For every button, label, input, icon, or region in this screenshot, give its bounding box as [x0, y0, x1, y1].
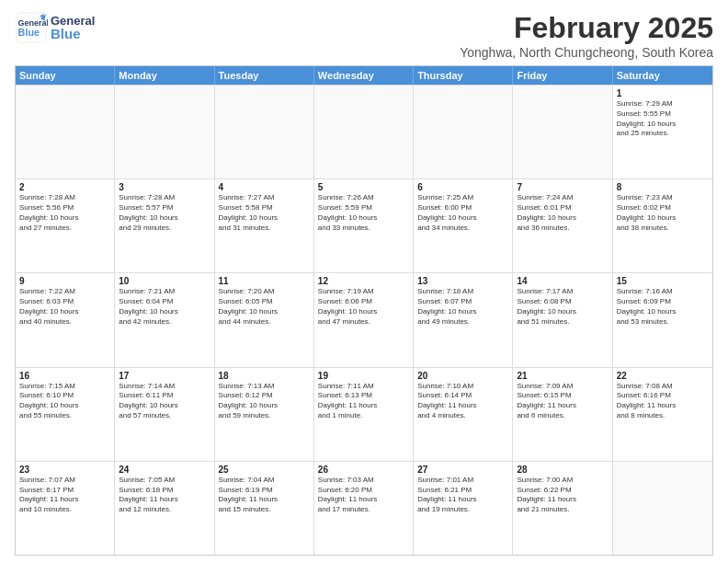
logo-icon: General Blue — [15, 11, 48, 44]
cal-cell: 11Sunrise: 7:20 AM Sunset: 6:05 PM Dayli… — [215, 273, 314, 366]
cal-cell: 23Sunrise: 7:07 AM Sunset: 6:17 PM Dayli… — [16, 462, 115, 555]
day-info: Sunrise: 7:11 AM Sunset: 6:13 PM Dayligh… — [318, 382, 409, 421]
day-info: Sunrise: 7:14 AM Sunset: 6:11 PM Dayligh… — [119, 382, 210, 421]
cal-cell: 6Sunrise: 7:25 AM Sunset: 6:00 PM Daylig… — [414, 179, 513, 272]
cal-cell: 7Sunrise: 7:24 AM Sunset: 6:01 PM Daylig… — [513, 179, 612, 272]
cal-cell: 10Sunrise: 7:21 AM Sunset: 6:04 PM Dayli… — [115, 273, 214, 366]
cal-cell: 19Sunrise: 7:11 AM Sunset: 6:13 PM Dayli… — [314, 368, 414, 461]
day-number: 15 — [617, 276, 709, 286]
header-day-thursday: Thursday — [414, 66, 513, 85]
cal-cell: 27Sunrise: 7:01 AM Sunset: 6:21 PM Dayli… — [414, 462, 513, 555]
day-number: 5 — [318, 182, 409, 192]
day-info: Sunrise: 7:15 AM Sunset: 6:10 PM Dayligh… — [19, 382, 110, 421]
week-row-3: 9Sunrise: 7:22 AM Sunset: 6:03 PM Daylig… — [16, 272, 712, 366]
day-number: 10 — [119, 276, 210, 286]
day-info: Sunrise: 7:17 AM Sunset: 6:08 PM Dayligh… — [517, 287, 608, 327]
cal-cell — [513, 86, 612, 178]
day-info: Sunrise: 7:19 AM Sunset: 6:06 PM Dayligh… — [318, 287, 409, 327]
day-info: Sunrise: 7:05 AM Sunset: 6:18 PM Dayligh… — [119, 476, 210, 515]
day-number: 14 — [517, 276, 608, 286]
svg-text:Blue: Blue — [18, 27, 40, 38]
day-info: Sunrise: 7:13 AM Sunset: 6:12 PM Dayligh… — [219, 382, 310, 421]
cal-cell — [16, 86, 115, 178]
day-info: Sunrise: 7:00 AM Sunset: 6:22 PM Dayligh… — [517, 476, 608, 515]
page: General Blue General Blue February 2025 … — [0, 0, 728, 563]
cal-cell: 25Sunrise: 7:04 AM Sunset: 6:19 PM Dayli… — [215, 462, 314, 555]
day-info: Sunrise: 7:26 AM Sunset: 5:59 PM Dayligh… — [318, 193, 409, 233]
cal-cell: 5Sunrise: 7:26 AM Sunset: 5:59 PM Daylig… — [314, 179, 414, 272]
day-info: Sunrise: 7:01 AM Sunset: 6:21 PM Dayligh… — [417, 476, 508, 515]
logo: General Blue General Blue — [15, 11, 95, 44]
cal-cell: 24Sunrise: 7:05 AM Sunset: 6:18 PM Dayli… — [115, 462, 214, 555]
day-number: 13 — [417, 276, 508, 286]
day-info: Sunrise: 7:08 AM Sunset: 6:16 PM Dayligh… — [617, 382, 709, 421]
day-info: Sunrise: 7:25 AM Sunset: 6:00 PM Dayligh… — [417, 193, 508, 233]
day-info: Sunrise: 7:28 AM Sunset: 5:56 PM Dayligh… — [19, 193, 110, 233]
cal-cell: 4Sunrise: 7:27 AM Sunset: 5:58 PM Daylig… — [215, 179, 314, 272]
day-number: 25 — [219, 465, 310, 475]
cal-cell — [414, 86, 513, 178]
day-info: Sunrise: 7:09 AM Sunset: 6:15 PM Dayligh… — [517, 382, 608, 421]
day-number: 27 — [417, 465, 508, 475]
cal-cell: 1Sunrise: 7:29 AM Sunset: 5:55 PM Daylig… — [613, 86, 712, 178]
week-row-5: 23Sunrise: 7:07 AM Sunset: 6:17 PM Dayli… — [16, 461, 712, 555]
day-number: 2 — [19, 182, 110, 192]
day-info: Sunrise: 7:10 AM Sunset: 6:14 PM Dayligh… — [417, 382, 508, 421]
header-day-monday: Monday — [115, 66, 214, 85]
day-number: 16 — [19, 371, 110, 381]
day-number: 28 — [517, 465, 608, 475]
cal-cell: 14Sunrise: 7:17 AM Sunset: 6:08 PM Dayli… — [513, 273, 612, 366]
logo-name: General Blue — [51, 15, 95, 40]
day-info: Sunrise: 7:04 AM Sunset: 6:19 PM Dayligh… — [219, 476, 310, 515]
day-info: Sunrise: 7:18 AM Sunset: 6:07 PM Dayligh… — [417, 287, 508, 327]
day-number: 1 — [617, 88, 709, 98]
header-day-tuesday: Tuesday — [215, 66, 314, 85]
cal-cell: 16Sunrise: 7:15 AM Sunset: 6:10 PM Dayli… — [16, 368, 115, 461]
day-number: 24 — [119, 465, 210, 475]
day-number: 23 — [19, 465, 110, 475]
calendar: SundayMondayTuesdayWednesdayThursdayFrid… — [15, 65, 713, 556]
day-number: 18 — [219, 371, 310, 381]
day-number: 7 — [517, 182, 608, 192]
day-info: Sunrise: 7:16 AM Sunset: 6:09 PM Dayligh… — [617, 287, 709, 327]
cal-cell: 22Sunrise: 7:08 AM Sunset: 6:16 PM Dayli… — [613, 368, 712, 461]
day-info: Sunrise: 7:22 AM Sunset: 6:03 PM Dayligh… — [19, 287, 110, 327]
week-row-4: 16Sunrise: 7:15 AM Sunset: 6:10 PM Dayli… — [16, 367, 712, 461]
day-number: 22 — [617, 371, 709, 381]
day-info: Sunrise: 7:07 AM Sunset: 6:17 PM Dayligh… — [19, 476, 110, 515]
cal-cell — [314, 86, 414, 178]
day-info: Sunrise: 7:29 AM Sunset: 5:55 PM Dayligh… — [617, 99, 709, 139]
header-day-sunday: Sunday — [16, 66, 115, 85]
cal-cell: 8Sunrise: 7:23 AM Sunset: 6:02 PM Daylig… — [613, 179, 712, 272]
header-day-saturday: Saturday — [613, 66, 712, 85]
cal-cell: 28Sunrise: 7:00 AM Sunset: 6:22 PM Dayli… — [513, 462, 612, 555]
cal-cell: 17Sunrise: 7:14 AM Sunset: 6:11 PM Dayli… — [115, 368, 214, 461]
day-info: Sunrise: 7:28 AM Sunset: 5:57 PM Dayligh… — [119, 193, 210, 233]
header-day-friday: Friday — [513, 66, 612, 85]
day-info: Sunrise: 7:21 AM Sunset: 6:04 PM Dayligh… — [119, 287, 210, 327]
header-day-wednesday: Wednesday — [314, 66, 414, 85]
cal-cell — [115, 86, 214, 178]
cal-cell — [215, 86, 314, 178]
cal-cell: 21Sunrise: 7:09 AM Sunset: 6:15 PM Dayli… — [513, 368, 612, 461]
logo-blue-text: Blue — [51, 27, 95, 40]
day-number: 4 — [219, 182, 310, 192]
day-number: 21 — [517, 371, 608, 381]
day-info: Sunrise: 7:24 AM Sunset: 6:01 PM Dayligh… — [517, 193, 608, 233]
day-number: 12 — [318, 276, 409, 286]
day-number: 26 — [318, 465, 409, 475]
cal-cell: 12Sunrise: 7:19 AM Sunset: 6:06 PM Dayli… — [314, 273, 414, 366]
cal-cell — [613, 462, 712, 555]
cal-cell: 15Sunrise: 7:16 AM Sunset: 6:09 PM Dayli… — [613, 273, 712, 366]
day-info: Sunrise: 7:23 AM Sunset: 6:02 PM Dayligh… — [617, 193, 709, 233]
day-number: 9 — [19, 276, 110, 286]
day-number: 3 — [119, 182, 210, 192]
week-row-1: 1Sunrise: 7:29 AM Sunset: 5:55 PM Daylig… — [16, 85, 712, 178]
day-info: Sunrise: 7:27 AM Sunset: 5:58 PM Dayligh… — [219, 193, 310, 233]
cal-cell: 13Sunrise: 7:18 AM Sunset: 6:07 PM Dayli… — [414, 273, 513, 366]
day-number: 11 — [219, 276, 310, 286]
day-number: 6 — [417, 182, 508, 192]
day-number: 19 — [318, 371, 409, 381]
calendar-body: 1Sunrise: 7:29 AM Sunset: 5:55 PM Daylig… — [16, 85, 712, 555]
header: General Blue General Blue February 2025 … — [15, 11, 713, 60]
